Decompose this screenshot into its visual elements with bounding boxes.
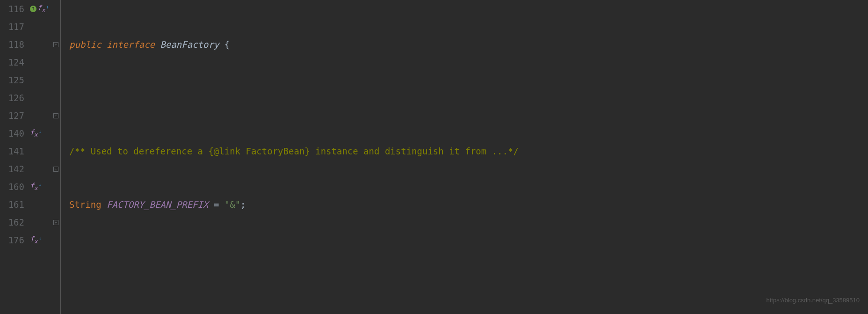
line-number: 118 <box>0 36 24 53</box>
fold-expand-icon[interactable]: + <box>53 167 58 172</box>
line-number: 162 <box>0 213 24 231</box>
implemented-method-icon[interactable]: fx <box>37 0 45 19</box>
code-line <box>69 302 868 314</box>
fold-expand-icon[interactable]: + <box>53 113 58 118</box>
line-number: 126 <box>0 89 24 107</box>
code-line <box>69 89 868 107</box>
interface-marker-icon[interactable]: I <box>30 6 36 12</box>
line-number: 142 <box>0 160 24 178</box>
fold-gutter: + + + + <box>51 0 61 314</box>
line-number: 140 <box>0 124 24 142</box>
line-number: 116 <box>0 0 24 18</box>
code-line: /** Used to dereference a {@link Factory… <box>69 142 868 160</box>
implemented-method-icon[interactable]: fx <box>30 230 38 250</box>
line-number: 161 <box>0 196 24 213</box>
watermark-text: https://blog.csdn.net/qq_33589510 <box>767 292 860 309</box>
line-number: 141 <box>0 142 24 160</box>
line-number: 124 <box>0 53 24 71</box>
line-number: 127 <box>0 107 24 124</box>
code-line: public interface BeanFactory { <box>69 36 868 53</box>
gutter-icons-column: I fx fx fx fx <box>28 0 51 314</box>
code-line <box>69 249 868 267</box>
line-number: 176 <box>0 231 24 249</box>
fold-expand-icon[interactable]: + <box>53 220 58 225</box>
code-line: String FACTORY_BEAN_PREFIX = "&"; <box>69 196 868 213</box>
code-area[interactable]: public interface BeanFactory { /** Used … <box>61 0 868 314</box>
implemented-method-icon[interactable]: fx <box>30 124 38 144</box>
implemented-method-icon[interactable]: fx <box>30 177 38 197</box>
fold-expand-icon[interactable]: + <box>53 42 58 47</box>
line-number: 117 <box>0 18 24 36</box>
code-editor[interactable]: 116 117 118 124 125 126 127 140 141 142 … <box>0 0 868 314</box>
line-number: 125 <box>0 71 24 89</box>
line-number: 160 <box>0 178 24 196</box>
line-number-gutter: 116 117 118 124 125 126 127 140 141 142 … <box>0 0 28 314</box>
